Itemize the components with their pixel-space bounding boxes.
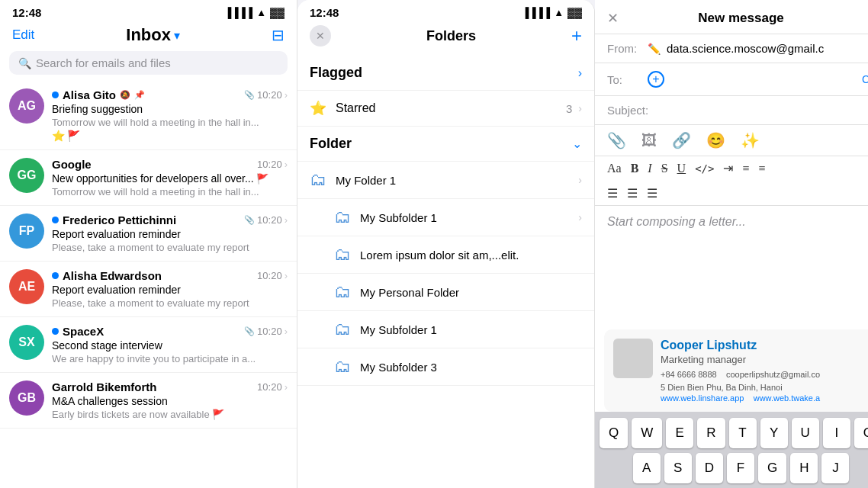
folder-label: My Folder 1 [336, 174, 578, 187]
wifi-icon: ▲ [256, 7, 266, 18]
image-icon[interactable]: 🖼 [641, 132, 657, 149]
folders-close-button[interactable]: ✕ [310, 25, 331, 47]
sparkle-icon[interactable]: ✨ [741, 131, 760, 149]
email-sender: Garrold Bikemforth [52, 380, 157, 393]
key-t[interactable]: T [729, 418, 757, 448]
format-indent-button[interactable]: ⇥ [723, 161, 733, 175]
chevron-right-icon: › [285, 326, 288, 337]
email-item[interactable]: SX SpaceX 📎 10:20 › Second stage intervi… [0, 317, 297, 373]
format-italic-button[interactable]: I [648, 162, 651, 175]
chevron-right-icon: › [285, 89, 288, 101]
key-y[interactable]: Y [760, 418, 788, 448]
key-h[interactable]: H [790, 453, 818, 483]
key-q[interactable]: Q [600, 418, 628, 448]
starred-label: Starred [336, 101, 566, 115]
to-add-button[interactable]: + [648, 71, 664, 88]
email-preview: Tomorrow we will hold a meeting in the h… [52, 186, 288, 197]
format-list-bullet-button[interactable]: ☰ [607, 186, 618, 201]
email-time: 10:20 [257, 89, 282, 101]
email-preview: Early birds tickets are now available 🚩 [52, 409, 288, 420]
chevron-right-icon: › [285, 159, 288, 170]
chevron-right-icon: › [285, 381, 288, 393]
format-list-check-button[interactable]: ☰ [647, 186, 657, 201]
format-font-button[interactable]: Aa [607, 162, 622, 175]
folder-item[interactable]: 🗂 My Subfolder 3 [297, 348, 594, 386]
key-s[interactable]: S [664, 453, 692, 483]
contact-link2[interactable]: www.web.twake.a [754, 393, 820, 403]
email-item[interactable]: AG Alisa Gito 🔕 📌 📎 10:20 › Briefin [0, 81, 297, 150]
folder-item[interactable]: 🗂 Lorem ipsum dolor sit am,...elit. [297, 236, 594, 274]
new-message-header: ✕ New message [595, 0, 868, 34]
folders-add-button[interactable]: + [571, 25, 582, 47]
key-a[interactable]: A [633, 453, 661, 483]
folder-label: My Subfolder 1 [360, 323, 582, 336]
email-subject: Report evaluation reminder [52, 284, 288, 296]
new-message-panel: ✕ New message From: ✏️ data.science.mosc… [595, 0, 868, 488]
folder-item[interactable]: 🗂 My Personal Folder [297, 274, 594, 311]
compose-body[interactable]: Start composing a letter... [595, 206, 868, 329]
flagged-section-header[interactable]: Flagged › [297, 56, 594, 91]
link-icon[interactable]: 🔗 [672, 131, 691, 149]
cc-label[interactable]: Cc [862, 73, 868, 85]
filter-icon[interactable]: ⊟ [272, 26, 285, 44]
email-item[interactable]: AE Alisha Edwardson 10:20 › Report evalu… [0, 262, 297, 317]
starred-folder-item[interactable]: ⭐ Starred 3 › [297, 91, 594, 127]
email-item[interactable]: GG Google 10:20 › New opportunities for … [0, 150, 297, 206]
folder-item[interactable]: 🗂 My Subfolder 1 [297, 311, 594, 348]
contact-link1[interactable]: www.web.linshare.app [661, 393, 744, 403]
email-subject: M&A challenges session [52, 395, 288, 407]
inbox-title-wrap[interactable]: Inbox ▾ [126, 25, 180, 45]
email-sender-wrap: Frederico Pettichinni [52, 214, 176, 226]
email-time: 10:20 [257, 270, 282, 281]
key-j[interactable]: J [821, 453, 849, 483]
email-time: 10:20 [257, 381, 282, 393]
attach-icon[interactable]: 📎 [607, 131, 626, 149]
email-sender-wrap: Garrold Bikemforth [52, 380, 157, 393]
key-f[interactable]: F [727, 453, 754, 483]
key-o[interactable]: O [854, 418, 868, 448]
attachment-icon: 📎 [244, 326, 255, 336]
key-w[interactable]: W [632, 418, 662, 448]
search-bar[interactable]: 🔍 Search for emails and files [9, 51, 288, 75]
folder-item[interactable]: 🗂 My Subfolder 1 › [297, 199, 594, 236]
key-u[interactable]: U [792, 418, 819, 448]
format-strike-button[interactable]: S [661, 162, 668, 175]
format-align-left-button[interactable]: ≡ [758, 162, 765, 175]
key-e[interactable]: E [666, 418, 693, 448]
email-top: Frederico Pettichinni 📎 10:20 › [52, 214, 288, 226]
compose-placeholder: Start composing a letter... [607, 215, 746, 228]
emoji-icon[interactable]: 😊 [706, 131, 725, 149]
key-r[interactable]: R [697, 418, 725, 448]
folders-list: Flagged › ⭐ Starred 3 › Folder ⌄ 🗂 My Fo… [297, 56, 594, 488]
key-g[interactable]: G [758, 453, 786, 483]
folder-icon: 🗂 [334, 357, 351, 377]
email-item[interactable]: FP Frederico Pettichinni 📎 10:20 › Repor… [0, 206, 297, 262]
email-sender: SpaceX [63, 325, 104, 338]
email-top: Alisha Edwardson 10:20 › [52, 269, 288, 282]
email-item[interactable]: GB Garrold Bikemforth 10:20 › M&A challe… [0, 373, 297, 429]
email-sender: Alisa Gito [63, 88, 116, 101]
folder-item[interactable]: 🗂 My Folder 1 › [297, 162, 594, 199]
starred-count: 3 [566, 102, 572, 115]
format-underline-button[interactable]: U [677, 162, 686, 175]
new-message-close-button[interactable]: ✕ [607, 10, 619, 27]
format-align-right-button[interactable]: ≡ [742, 162, 749, 175]
email-subject: Briefing suggestion [52, 103, 288, 115]
email-time-wrap: 📎 10:20 › [244, 214, 288, 226]
email-sender-wrap: SpaceX [52, 325, 104, 338]
battery-icon: ▓▓ [567, 7, 582, 18]
key-i[interactable]: I [823, 418, 850, 448]
contact-card: Cooper Lipshutz Marketing manager +84 66… [604, 329, 868, 412]
key-d[interactable]: D [696, 453, 723, 483]
format-code-button[interactable]: </> [695, 162, 714, 175]
edit-button[interactable]: Edit [12, 27, 34, 43]
folder-section-header[interactable]: Folder ⌄ [297, 127, 594, 162]
contact-details: +84 6666 8888 cooperlipshutz@gmail.co 5 … [661, 368, 868, 393]
search-icon: 🔍 [18, 57, 31, 69]
format-list-num-button[interactable]: ☰ [627, 186, 638, 201]
format-bold-button[interactable]: B [631, 162, 639, 175]
email-preview: We are happy to invite you to participat… [52, 353, 288, 364]
contact-links: www.web.linshare.app www.web.twake.a [661, 393, 868, 403]
email-badges: ⭐ 🚩 [52, 130, 288, 142]
from-value[interactable]: data.science.moscow@gmail.c [667, 42, 868, 55]
